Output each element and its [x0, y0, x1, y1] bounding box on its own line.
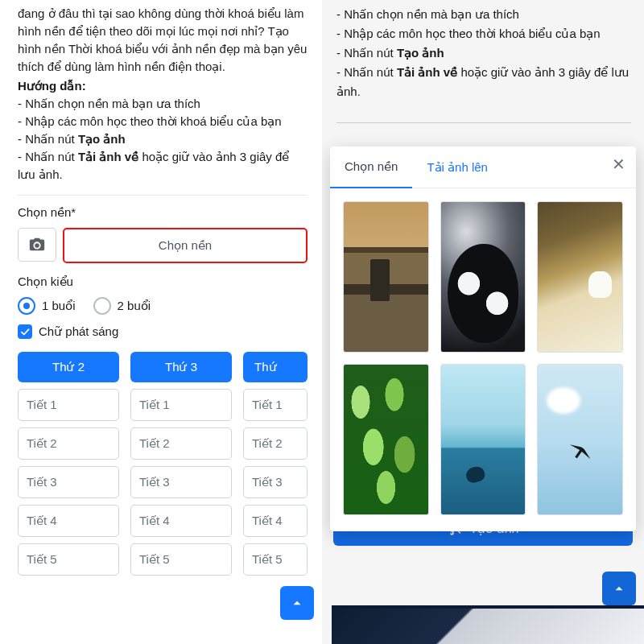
schedule-grid: Thứ 2 Tiết 1 Tiết 2 Tiết 3 Tiết 4 Tiết 5…	[18, 352, 308, 576]
day-column: Thứ Tiết 1 Tiết 2 Tiết 3 Tiết 4 Tiết 5	[243, 352, 308, 576]
period-cell[interactable]: Tiết 4	[130, 505, 232, 537]
checkbox-label: Chữ phát sáng	[39, 324, 118, 339]
day-column: Thứ 2 Tiết 1 Tiết 2 Tiết 3 Tiết 4 Tiết 5	[18, 352, 119, 576]
day-header: Thứ 3	[130, 352, 232, 382]
left-screenshot: đang ở đâu thì tại sao không dùng thời k…	[0, 0, 323, 644]
modal-tabs: Chọn nền Tải ảnh lên ✕	[330, 147, 636, 188]
period-cell[interactable]: Tiết 2	[18, 427, 119, 460]
radio-label: 1 buổi	[42, 299, 76, 313]
guide-line: - Nhập các môn học theo thời khoá biểu c…	[336, 24, 631, 43]
period-cell[interactable]: Tiết 3	[243, 466, 308, 498]
period-cell[interactable]: Tiết 5	[18, 543, 119, 576]
style-label: Chọn kiểu	[18, 275, 308, 289]
period-cell[interactable]: Tiết 1	[130, 389, 232, 421]
close-icon: ✕	[612, 155, 625, 174]
divider	[18, 195, 308, 196]
radio-2-sessions[interactable]: 2 buổi	[93, 297, 151, 315]
scroll-top-button[interactable]	[280, 586, 314, 620]
glow-text-checkbox[interactable]: Chữ phát sáng	[18, 324, 308, 339]
day-header: Thứ 2	[18, 352, 119, 382]
period-cell[interactable]: Tiết 5	[243, 543, 308, 576]
guide-line: - Nhấn nút Tạo ảnh	[18, 130, 308, 148]
guide-line: - Nhấn chọn nền mà bạn ưa thích	[18, 95, 308, 113]
intro-text: đang ở đâu thì tại sao không dùng thời k…	[18, 5, 308, 76]
right-screenshot: - Nhấn chọn nền mà bạn ưa thích - Nhập c…	[322, 0, 644, 644]
scroll-top-button[interactable]	[602, 572, 636, 605]
background-content: - Nhấn chọn nền mà bạn ưa thích - Nhập c…	[322, 0, 644, 123]
guide-heading: Hướng dẫn:	[18, 77, 308, 95]
day-column: Thứ 3 Tiết 1 Tiết 2 Tiết 3 Tiết 4 Tiết 5	[130, 352, 232, 576]
close-button[interactable]: ✕	[607, 153, 630, 175]
background-thumb[interactable]	[537, 364, 623, 515]
period-cell[interactable]: Tiết 1	[18, 389, 119, 421]
period-cell[interactable]: Tiết 1	[243, 389, 308, 421]
guide-line: - Nhấn nút Tải ảnh về hoặc giữ vào ảnh 3…	[336, 63, 631, 101]
period-cell[interactable]: Tiết 4	[18, 505, 119, 537]
tab-upload-image[interactable]: Tải ảnh lên	[412, 147, 502, 188]
background-thumb[interactable]	[537, 201, 623, 353]
period-cell[interactable]: Tiết 5	[130, 543, 232, 576]
chevron-up-icon	[290, 596, 304, 610]
radio-1-session[interactable]: 1 buổi	[18, 297, 76, 315]
period-cell[interactable]: Tiết 4	[243, 505, 308, 537]
background-picker-modal: Chọn nền Tải ảnh lên ✕	[330, 147, 636, 531]
ad-banner[interactable]	[332, 605, 644, 644]
background-label: Chọn nền*	[18, 205, 308, 220]
choose-background-button[interactable]: Chọn nền	[63, 228, 308, 263]
tab-choose-background[interactable]: Chọn nền	[330, 147, 412, 188]
background-grid	[330, 188, 636, 520]
guide-line: - Nhấn chọn nền mà bạn ưa thích	[336, 5, 631, 24]
chevron-up-icon	[612, 581, 626, 596]
background-thumb[interactable]	[440, 364, 526, 515]
camera-icon	[28, 236, 46, 254]
period-cell[interactable]: Tiết 2	[243, 427, 308, 460]
period-cell[interactable]: Tiết 3	[130, 466, 232, 498]
background-thumb[interactable]	[440, 201, 526, 353]
guide-line: - Nhập các môn học theo thời khoá biểu c…	[18, 113, 308, 130]
radio-label: 2 buổi	[118, 299, 151, 313]
checkbox-checked-icon	[18, 324, 32, 339]
background-thumb[interactable]	[343, 364, 429, 515]
guide-line: - Nhấn nút Tải ảnh về hoặc giữ vào ảnh 3…	[18, 148, 308, 184]
camera-button[interactable]	[18, 228, 56, 262]
background-thumb[interactable]	[343, 201, 429, 353]
guide-line: - Nhấn nút Tạo ảnh	[336, 43, 631, 63]
period-cell[interactable]: Tiết 2	[130, 427, 232, 460]
period-cell[interactable]: Tiết 3	[18, 466, 119, 498]
day-header: Thứ	[243, 352, 308, 382]
